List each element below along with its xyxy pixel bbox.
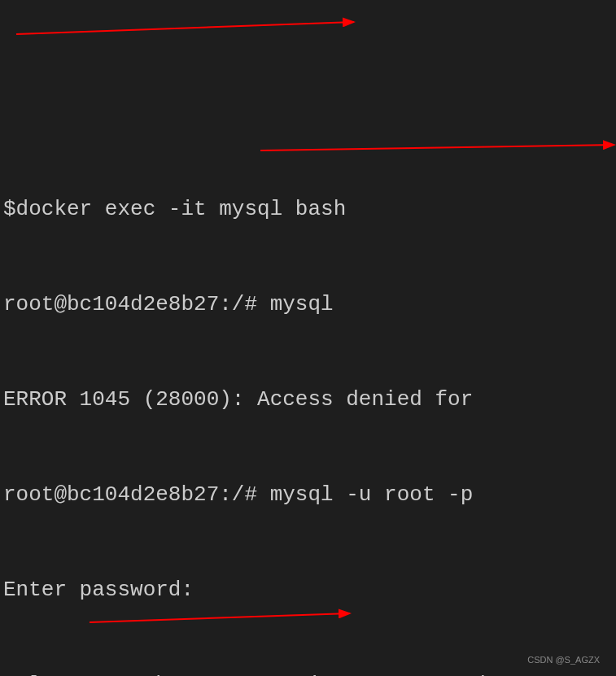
terminal-line: Enter password: bbox=[3, 574, 613, 606]
terminal-line: ERROR 1045 (28000): Access denied for bbox=[3, 384, 613, 416]
svg-line-1 bbox=[16, 22, 354, 34]
terminal-line: root@bc104d2e8b27:/# mysql -u root -p bbox=[3, 479, 613, 511]
terminal-line: Welcome to the MySQL monitor. Command bbox=[3, 669, 613, 676]
terminal-window[interactable]: $docker exec -it mysql bash root@bc104d2… bbox=[3, 130, 613, 676]
terminal-line: root@bc104d2e8b27:/# mysql bbox=[3, 289, 613, 321]
watermark: CSDN @S_AGZX bbox=[527, 653, 600, 667]
terminal-line: $docker exec -it mysql bash bbox=[3, 194, 613, 225]
